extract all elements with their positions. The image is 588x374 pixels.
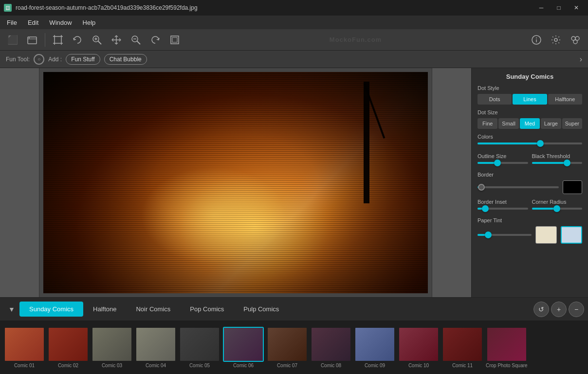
dot-size-small[interactable]: Small xyxy=(498,118,518,129)
paper-tint-thumb[interactable] xyxy=(485,232,492,238)
tab-pop-comics[interactable]: Pop Comics xyxy=(180,302,234,317)
border-row xyxy=(478,180,582,194)
black-threshold-thumb[interactable] xyxy=(564,160,570,166)
main-content: Sunday Comics Dot Style Dots Lines Halft… xyxy=(0,68,588,297)
canvas-area xyxy=(0,68,471,297)
svg-line-18 xyxy=(137,41,141,44)
maximize-button[interactable]: □ xyxy=(551,0,567,16)
film-thumb-8 xyxy=(311,327,351,362)
zoom-out-tool-btn[interactable] xyxy=(127,31,145,49)
film-thumb-5 xyxy=(179,327,220,362)
film-thumb-4 xyxy=(135,327,176,362)
dot-size-large[interactable]: Large xyxy=(541,118,561,129)
load-tool-btn[interactable] xyxy=(23,31,41,49)
filmstrip-item-12[interactable]: Crop Photo Square xyxy=(486,327,528,368)
colors-slider-thumb[interactable] xyxy=(537,140,544,147)
filmstrip-item-10[interactable]: Comic 10 xyxy=(398,327,439,368)
fun-bar-expand[interactable]: › xyxy=(580,55,582,64)
border-slider-track[interactable] xyxy=(478,186,559,188)
chat-bubble-button[interactable]: Chat Bubble xyxy=(104,54,147,65)
canvas-image[interactable] xyxy=(43,72,428,293)
paper-tint-track[interactable] xyxy=(478,234,532,236)
info-tool-btn[interactable] xyxy=(528,31,545,49)
paper-tint-beige-swatch[interactable] xyxy=(535,226,557,244)
filmstrip-item-1[interactable]: Comic 01 xyxy=(4,327,45,368)
panel-title: Sunday Comics xyxy=(478,73,582,80)
film-label-7: Comic 07 xyxy=(277,363,297,368)
tab-sunday-comics[interactable]: Sunday Comics xyxy=(19,302,83,317)
border-inset-thumb[interactable] xyxy=(482,205,489,212)
dot-size-med[interactable]: Med xyxy=(520,118,540,129)
menu-help[interactable]: Help xyxy=(78,17,101,28)
film-thumb-11 xyxy=(442,327,483,362)
settings-tool-btn[interactable] xyxy=(547,31,565,49)
dot-size-group: Fine Small Med Large Super xyxy=(478,118,582,129)
outline-slider-track[interactable] xyxy=(478,162,528,164)
fun-tool-label: Fun Tool: xyxy=(6,56,30,63)
tab-add-btn[interactable]: + xyxy=(551,302,567,317)
watermark-text: MockoFun.com xyxy=(330,36,382,43)
move-tool-btn[interactable] xyxy=(108,31,125,49)
toolbar: ⬛ xyxy=(0,29,588,51)
tab-pulp-comics[interactable]: Pulp Comics xyxy=(234,302,289,317)
redo-tool-btn[interactable] xyxy=(147,31,164,49)
menu-file[interactable]: File xyxy=(2,17,22,28)
dot-size-fine[interactable]: Fine xyxy=(478,118,497,129)
tab-halftone[interactable]: Halftone xyxy=(83,302,126,317)
svg-point-25 xyxy=(554,38,557,41)
filmstrip-item-7[interactable]: Comic 07 xyxy=(267,327,308,368)
dot-style-halftone[interactable]: Halftone xyxy=(548,94,582,105)
svg-point-24 xyxy=(536,37,537,38)
fun-tool-icon[interactable]: ○ xyxy=(34,54,44,65)
border-color-swatch[interactable] xyxy=(563,180,582,194)
menu-edit[interactable]: Edit xyxy=(23,17,43,28)
toolbar-sep-1 xyxy=(45,33,45,47)
tab-refresh-btn[interactable]: ↺ xyxy=(533,302,549,317)
film-label-4: Comic 04 xyxy=(146,363,166,368)
zoom-in-tool-btn[interactable] xyxy=(88,31,106,49)
film-thumb-6 xyxy=(223,327,264,362)
frame-tool-btn[interactable] xyxy=(166,31,184,49)
dot-size-super[interactable]: Super xyxy=(562,118,582,129)
svg-point-28 xyxy=(573,40,577,44)
filmstrip-item-11[interactable]: Comic 11 xyxy=(442,327,483,368)
border-slider-thumb[interactable] xyxy=(478,184,485,191)
crop-tool-btn[interactable] xyxy=(49,31,67,49)
rotate-tool-btn[interactable] xyxy=(69,31,86,49)
tab-collapse-toggle[interactable]: ▼ xyxy=(4,302,19,317)
filmstrip-item-6[interactable]: Comic 06 xyxy=(223,327,264,368)
filmstrip-item-4[interactable]: Comic 04 xyxy=(135,327,176,368)
filmstrip-item-5[interactable]: Comic 05 xyxy=(179,327,220,368)
close-button[interactable]: ✕ xyxy=(569,0,584,16)
filmstrip-item-9[interactable]: Comic 09 xyxy=(354,327,395,368)
svg-rect-2 xyxy=(55,36,61,43)
fun-stuff-button[interactable]: Fun Stuff xyxy=(66,54,100,65)
effects-tool-btn[interactable] xyxy=(567,31,584,49)
dot-style-lines[interactable]: Lines xyxy=(513,94,547,105)
paper-tint-blue-swatch[interactable] xyxy=(561,226,582,244)
border-inset-track[interactable] xyxy=(478,208,528,210)
dot-style-dots[interactable]: Dots xyxy=(478,94,512,105)
corner-radius-track[interactable] xyxy=(532,208,583,210)
film-thumb-10 xyxy=(398,327,439,362)
film-label-2: Comic 02 xyxy=(58,363,78,368)
image-tool-btn[interactable]: ⬛ xyxy=(4,31,21,49)
colors-slider-track[interactable] xyxy=(478,142,582,144)
film-label-5: Comic 05 xyxy=(189,363,210,368)
black-threshold-track[interactable] xyxy=(532,162,583,164)
colors-label: Colors xyxy=(478,134,582,140)
filmstrip-item-3[interactable]: Comic 03 xyxy=(92,327,132,368)
tab-remove-btn[interactable]: − xyxy=(569,302,584,317)
menu-window[interactable]: Window xyxy=(44,17,76,28)
filmstrip-item-2[interactable]: Comic 02 xyxy=(48,327,89,368)
minimize-button[interactable]: ─ xyxy=(533,0,549,16)
outline-slider-thumb[interactable] xyxy=(494,160,501,166)
title-bar-filename: road-forest-season-autumn-acb7a2b0419ad3… xyxy=(16,4,530,11)
film-label-10: Comic 10 xyxy=(408,363,429,368)
corner-radius-thumb[interactable] xyxy=(553,205,560,212)
filmstrip-item-8[interactable]: Comic 08 xyxy=(311,327,351,368)
tab-noir-comics[interactable]: Noir Comics xyxy=(126,302,180,317)
add-label: Add : xyxy=(48,56,62,63)
film-label-9: Comic 09 xyxy=(365,363,385,368)
tab-actions: ↺ + − xyxy=(533,302,584,317)
